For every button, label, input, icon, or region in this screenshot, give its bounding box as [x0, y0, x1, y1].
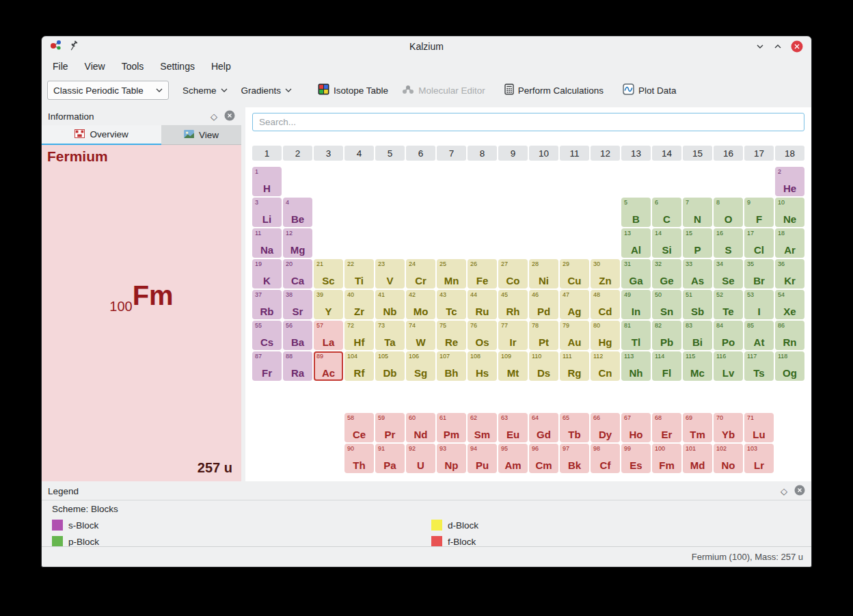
element-cell-yb[interactable]: 70Yb [714, 413, 743, 442]
group-header-16[interactable]: 16 [714, 146, 743, 161]
element-cell-mn[interactable]: 25Mn [437, 259, 466, 289]
element-cell-i[interactable]: 53I [744, 290, 774, 319]
group-header-18[interactable]: 18 [775, 146, 804, 161]
element-cell-p[interactable]: 15P [683, 228, 712, 258]
group-header-2[interactable]: 2 [283, 146, 312, 161]
scheme-button[interactable]: Scheme [182, 85, 228, 96]
group-header-13[interactable]: 13 [621, 146, 651, 161]
element-cell-bh[interactable]: 107Bh [437, 351, 466, 381]
isotope-table-button[interactable]: Isotope Table [318, 83, 388, 97]
element-cell-al[interactable]: 13Al [621, 228, 651, 258]
element-cell-lr[interactable]: 103Lr [744, 444, 774, 473]
menu-file[interactable]: File [46, 59, 75, 74]
group-header-15[interactable]: 15 [683, 146, 712, 161]
element-cell-he[interactable]: 2He [775, 167, 804, 196]
element-cell-db[interactable]: 105Db [375, 351, 405, 381]
tab-overview[interactable]: Overview [42, 125, 161, 145]
element-cell-la[interactable]: 57La [314, 321, 343, 350]
element-cell-au[interactable]: 79Au [560, 321, 589, 350]
tab-view[interactable]: View [161, 125, 241, 145]
menu-view[interactable]: View [78, 59, 112, 74]
element-cell-dy[interactable]: 66Dy [591, 413, 620, 442]
element-cell-c[interactable]: 6C [652, 198, 681, 227]
close-button[interactable] [791, 40, 803, 53]
element-cell-og[interactable]: 118Og [775, 351, 804, 381]
element-cell-rg[interactable]: 111Rg [560, 351, 589, 381]
search-input[interactable] [252, 113, 804, 131]
close-dock-icon[interactable] [794, 485, 805, 498]
element-cell-rn[interactable]: 86Rn [775, 321, 804, 350]
element-cell-er[interactable]: 68Er [652, 413, 681, 442]
element-cell-md[interactable]: 101Md [683, 444, 712, 473]
element-cell-in[interactable]: 49In [621, 290, 651, 319]
element-cell-ca[interactable]: 20Ca [283, 259, 312, 289]
group-header-11[interactable]: 11 [560, 146, 589, 161]
element-cell-na[interactable]: 11Na [252, 228, 282, 258]
element-cell-es[interactable]: 99Es [621, 444, 651, 473]
element-cell-po[interactable]: 84Po [714, 321, 743, 350]
element-cell-os[interactable]: 76Os [468, 321, 497, 350]
element-cell-eu[interactable]: 63Eu [498, 413, 528, 442]
element-cell-sg[interactable]: 106Sg [406, 351, 435, 381]
element-cell-tm[interactable]: 69Tm [683, 413, 712, 442]
group-header-1[interactable]: 1 [252, 146, 282, 161]
perform-calculations-button[interactable]: Perform Calculations [504, 83, 604, 97]
maximize-button[interactable] [773, 42, 783, 51]
element-cell-fe[interactable]: 26Fe [468, 259, 497, 289]
element-cell-cu[interactable]: 29Cu [560, 259, 589, 289]
float-dock-icon[interactable]: ◇ [211, 111, 217, 122]
element-cell-s[interactable]: 16S [714, 228, 743, 258]
element-cell-cs[interactable]: 55Cs [252, 321, 282, 350]
group-header-4[interactable]: 4 [344, 146, 374, 161]
element-cell-ba[interactable]: 56Ba [283, 321, 312, 350]
element-cell-ne[interactable]: 10Ne [775, 198, 804, 227]
element-cell-pu[interactable]: 94Pu [468, 444, 497, 473]
element-cell-mc[interactable]: 115Mc [683, 351, 712, 381]
element-cell-te[interactable]: 52Te [714, 290, 743, 319]
element-cell-sm[interactable]: 62Sm [468, 413, 497, 442]
element-cell-f[interactable]: 9F [744, 198, 774, 227]
element-cell-h[interactable]: 1H [252, 167, 282, 196]
element-cell-sn[interactable]: 50Sn [652, 290, 681, 319]
element-cell-cm[interactable]: 96Cm [529, 444, 558, 473]
element-cell-mt[interactable]: 109Mt [498, 351, 528, 381]
float-dock-icon[interactable]: ◇ [781, 486, 787, 496]
element-cell-nd[interactable]: 60Nd [406, 413, 435, 442]
group-header-3[interactable]: 3 [314, 146, 343, 161]
element-cell-at[interactable]: 85At [744, 321, 774, 350]
element-cell-ru[interactable]: 44Ru [468, 290, 497, 319]
menu-settings[interactable]: Settings [153, 59, 202, 74]
element-cell-ti[interactable]: 22Ti [344, 259, 374, 289]
element-cell-ds[interactable]: 110Ds [529, 351, 558, 381]
element-cell-zr[interactable]: 40Zr [344, 290, 374, 319]
close-dock-icon[interactable] [224, 110, 235, 123]
element-cell-li[interactable]: 3Li [252, 198, 282, 227]
element-cell-se[interactable]: 34Se [714, 259, 743, 289]
element-cell-as[interactable]: 33As [683, 259, 712, 289]
group-header-17[interactable]: 17 [744, 146, 774, 161]
element-cell-ga[interactable]: 31Ga [621, 259, 651, 289]
group-header-5[interactable]: 5 [375, 146, 405, 161]
group-header-6[interactable]: 6 [406, 146, 435, 161]
element-cell-ag[interactable]: 47Ag [560, 290, 589, 319]
element-cell-rb[interactable]: 37Rb [252, 290, 282, 319]
element-cell-tc[interactable]: 43Tc [437, 290, 466, 319]
element-cell-fr[interactable]: 87Fr [252, 351, 282, 381]
group-header-14[interactable]: 14 [652, 146, 681, 161]
element-cell-cr[interactable]: 24Cr [406, 259, 435, 289]
element-cell-br[interactable]: 35Br [744, 259, 774, 289]
element-cell-v[interactable]: 23V [375, 259, 405, 289]
element-cell-xe[interactable]: 54Xe [775, 290, 804, 319]
element-cell-hf[interactable]: 72Hf [344, 321, 374, 350]
element-cell-re[interactable]: 75Re [437, 321, 466, 350]
element-cell-o[interactable]: 8O [714, 198, 743, 227]
element-cell-cf[interactable]: 98Cf [591, 444, 620, 473]
element-cell-mo[interactable]: 42Mo [406, 290, 435, 319]
element-cell-si[interactable]: 14Si [652, 228, 681, 258]
element-cell-rf[interactable]: 104Rf [344, 351, 374, 381]
element-cell-lv[interactable]: 116Lv [714, 351, 743, 381]
element-cell-ar[interactable]: 18Ar [775, 228, 804, 258]
element-cell-w[interactable]: 74W [406, 321, 435, 350]
element-cell-nh[interactable]: 113Nh [621, 351, 651, 381]
plot-data-button[interactable]: Plot Data [623, 83, 677, 97]
